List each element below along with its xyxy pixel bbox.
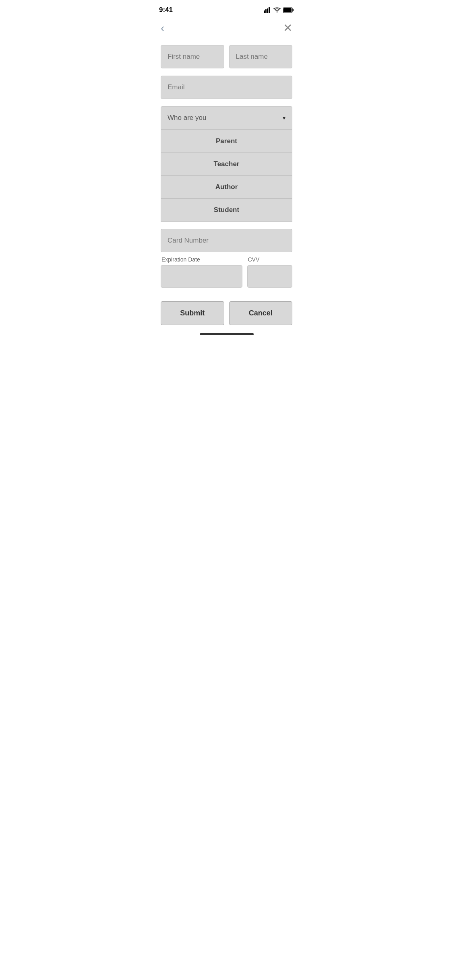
close-button[interactable]: ✕ — [283, 23, 292, 34]
status-bar: 9:41 — [151, 0, 302, 18]
svg-rect-0 — [264, 10, 265, 13]
who-are-you-dropdown: Who are you ▾ Parent Teacher Author Stud… — [161, 106, 292, 222]
back-button[interactable]: ‹ — [161, 23, 164, 34]
card-section: Expiration Date CVV — [161, 229, 292, 288]
email-input[interactable] — [161, 76, 292, 99]
submit-button[interactable]: Submit — [161, 301, 224, 325]
home-bar — [200, 333, 254, 335]
name-row — [161, 45, 292, 68]
svg-point-4 — [277, 12, 277, 12]
last-name-input[interactable] — [229, 45, 293, 68]
dropdown-header[interactable]: Who are you ▾ — [161, 106, 292, 130]
svg-rect-3 — [269, 7, 270, 13]
nav-bar: ‹ ✕ — [151, 18, 302, 39]
option-author[interactable]: Author — [161, 175, 292, 198]
svg-rect-2 — [267, 8, 268, 13]
action-row: Submit Cancel — [161, 301, 292, 325]
svg-rect-1 — [265, 9, 267, 13]
first-name-input[interactable] — [161, 45, 224, 68]
svg-rect-6 — [283, 8, 292, 12]
cvv-group: CVV — [247, 256, 293, 288]
signal-icon — [264, 7, 271, 13]
status-time: 9:41 — [159, 6, 173, 14]
dropdown-options-list: Parent Teacher Author Student — [161, 130, 292, 222]
option-parent[interactable]: Parent — [161, 130, 292, 152]
option-teacher[interactable]: Teacher — [161, 152, 292, 175]
cancel-button[interactable]: Cancel — [229, 301, 293, 325]
chevron-down-icon: ▾ — [283, 115, 285, 121]
wifi-icon — [273, 7, 281, 13]
battery-icon — [283, 7, 294, 13]
form-container: Who are you ▾ Parent Teacher Author Stud… — [151, 45, 302, 325]
option-student[interactable]: Student — [161, 198, 292, 221]
cvv-label: CVV — [247, 256, 293, 263]
home-indicator — [151, 325, 302, 338]
svg-rect-7 — [293, 9, 294, 11]
status-icons — [264, 7, 294, 13]
expiry-cvv-row: Expiration Date CVV — [161, 256, 292, 288]
expiry-group: Expiration Date — [161, 256, 242, 288]
expiry-input[interactable] — [161, 265, 242, 288]
expiry-label: Expiration Date — [161, 256, 242, 263]
dropdown-label: Who are you — [168, 114, 206, 122]
cvv-input[interactable] — [247, 265, 293, 288]
card-number-input[interactable] — [161, 229, 292, 252]
